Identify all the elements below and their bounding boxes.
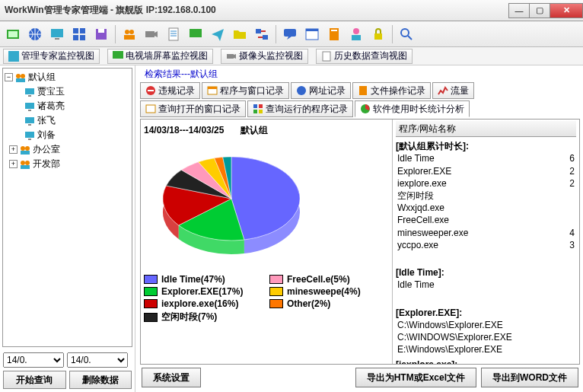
delete-data-button[interactable]: 删除数据 bbox=[69, 371, 132, 389]
list-item[interactable]: C:\WINDOWS\Explorer.EXE bbox=[396, 331, 576, 343]
tab-history-view[interactable]: 历史数据查询视图 bbox=[316, 49, 413, 64]
tab-progwin[interactable]: 程序与窗口记录 bbox=[202, 82, 289, 99]
client-tree[interactable]: −默认组 贾宝玉 诸葛亮 张飞 刘备 +办公室 +开发部 bbox=[2, 68, 132, 347]
tree-label: 开发部 bbox=[33, 158, 60, 171]
svg-rect-37 bbox=[25, 103, 34, 109]
tab-violation[interactable]: 违规记录 bbox=[140, 82, 200, 99]
tab-label: 摄像头监控视图 bbox=[239, 49, 303, 62]
tab-flow[interactable]: 流量 bbox=[432, 82, 474, 99]
screen-icon[interactable] bbox=[186, 24, 205, 44]
tab-label: 流量 bbox=[451, 84, 469, 97]
toolbar-separator bbox=[115, 25, 116, 43]
svg-point-12 bbox=[129, 30, 134, 34]
list-item[interactable]: 空闲时段 bbox=[396, 190, 576, 202]
date-range: 14/0. 14/0. bbox=[0, 349, 135, 371]
folder-icon[interactable] bbox=[230, 24, 250, 44]
svg-point-32 bbox=[16, 74, 21, 78]
svg-rect-34 bbox=[16, 78, 25, 82]
tab-label: 历史数据查询视图 bbox=[334, 49, 407, 62]
tab-monitor-view[interactable]: 管理专家监控视图 bbox=[3, 49, 100, 64]
tree-client[interactable]: 贾宝玉 bbox=[5, 84, 130, 99]
svg-rect-39 bbox=[25, 117, 34, 123]
users-icon[interactable] bbox=[119, 24, 139, 44]
svg-rect-13 bbox=[124, 35, 135, 40]
tab-querywin[interactable]: 查询打开的窗口记录 bbox=[140, 100, 246, 117]
send-icon[interactable] bbox=[208, 24, 228, 44]
book-icon[interactable] bbox=[324, 24, 344, 44]
chat-icon[interactable] bbox=[280, 24, 300, 44]
start-query-button[interactable]: 开始查询 bbox=[3, 371, 66, 389]
list-item[interactable]: Wxxjqd.exe bbox=[396, 202, 576, 214]
tab-label: 程序与窗口记录 bbox=[220, 84, 284, 97]
export-word-button[interactable]: 导出到WORD文件 bbox=[481, 368, 578, 387]
date-from-select[interactable]: 14/0. bbox=[3, 352, 64, 368]
svg-rect-26 bbox=[374, 33, 382, 40]
titlebar: WorkWin管理专家管理端 - 旗舰版 IP:192.168.0.100 bbox=[0, 0, 583, 21]
tree-client[interactable]: 诸葛亮 bbox=[5, 99, 130, 113]
disk-icon[interactable] bbox=[91, 24, 111, 44]
list-item[interactable]: Idle Time bbox=[396, 279, 576, 291]
tab-fileop[interactable]: 文件操作记录 bbox=[352, 82, 431, 99]
system-settings-button[interactable]: 系统设置 bbox=[142, 368, 201, 387]
toolbar-separator bbox=[276, 25, 276, 43]
tree-client[interactable]: 刘备 bbox=[5, 128, 130, 142]
expand-icon[interactable]: + bbox=[9, 145, 18, 154]
globe-icon[interactable] bbox=[25, 24, 45, 44]
svg-rect-45 bbox=[21, 151, 30, 155]
list-item[interactable]: iexplore.exe2 bbox=[396, 177, 576, 190]
chart-header: 14/03/18---14/03/25 默认组 bbox=[144, 123, 389, 142]
list-item[interactable]: C:\Windows\Explorer.EXE bbox=[396, 319, 576, 331]
svg-point-11 bbox=[125, 30, 129, 34]
date-to-select[interactable]: 14/0. bbox=[67, 352, 128, 368]
minimize-button[interactable] bbox=[508, 3, 530, 18]
svg-point-53 bbox=[297, 86, 306, 95]
tab-tvwall-view[interactable]: 电视墙屏幕监控视图 bbox=[107, 49, 213, 64]
svg-rect-30 bbox=[227, 54, 234, 59]
list-item[interactable]: Explorer.EXE2 bbox=[396, 165, 576, 177]
doc-icon[interactable] bbox=[164, 24, 183, 44]
tree-client[interactable]: 张飞 bbox=[5, 113, 130, 128]
tab-queryprog[interactable]: 查询运行的程序记录 bbox=[247, 100, 353, 117]
svg-rect-52 bbox=[208, 87, 217, 89]
svg-point-46 bbox=[21, 161, 25, 165]
program-list[interactable]: 程序/网站名称 [默认组累计时长]: Idle Time6Explorer.EX… bbox=[392, 120, 579, 364]
maximize-button[interactable] bbox=[529, 3, 550, 18]
close-button[interactable] bbox=[550, 3, 583, 18]
lock-icon[interactable] bbox=[368, 24, 388, 44]
list-section: [iexplore.exe]: bbox=[396, 359, 576, 364]
tab-camera-view[interactable]: 摄像头监控视图 bbox=[221, 49, 308, 64]
svg-rect-41 bbox=[25, 132, 34, 138]
export-htm-excel-button[interactable]: 导出为HTM或Excel文件 bbox=[355, 368, 476, 387]
tree-group[interactable]: +办公室 bbox=[5, 142, 130, 157]
grid-icon[interactable] bbox=[69, 24, 89, 44]
tree-label: 刘备 bbox=[37, 129, 56, 142]
camera-icon[interactable] bbox=[142, 24, 161, 44]
list-item[interactable]: minesweeper.exe4 bbox=[396, 227, 576, 239]
window-icon[interactable] bbox=[302, 24, 322, 44]
svg-rect-15 bbox=[169, 28, 178, 40]
svg-rect-29 bbox=[113, 51, 123, 59]
record-tabs-row1: 违规记录 程序与窗口记录 网址记录 文件操作记录 流量 bbox=[139, 82, 581, 99]
list-item[interactable]: yccpo.exe3 bbox=[396, 239, 576, 251]
tab-usage-stats[interactable]: 软件使用时长统计分析 bbox=[355, 100, 470, 117]
svg-rect-48 bbox=[21, 165, 30, 169]
search-result-text: 检索结果---默认组 bbox=[139, 67, 581, 82]
expand-icon[interactable]: + bbox=[9, 160, 18, 168]
svg-rect-54 bbox=[359, 86, 367, 95]
list-item[interactable]: E:\Windows\Explorer.EXE bbox=[396, 343, 576, 355]
list-section: [Explorer.EXE]: bbox=[396, 307, 576, 319]
list-item[interactable]: Idle Time6 bbox=[396, 152, 576, 164]
list-section: [Idle Time]: bbox=[396, 266, 576, 279]
monitor-icon[interactable] bbox=[47, 24, 67, 44]
collapse-icon[interactable]: − bbox=[5, 73, 13, 81]
search-icon[interactable] bbox=[397, 24, 416, 44]
toolbar-icon-1[interactable] bbox=[3, 24, 23, 44]
svg-point-43 bbox=[21, 146, 25, 151]
tree-group[interactable]: +开发部 bbox=[5, 157, 130, 171]
tree-root[interactable]: −默认组 bbox=[5, 70, 130, 84]
person-icon[interactable] bbox=[346, 24, 366, 44]
tab-url[interactable]: 网址记录 bbox=[291, 82, 351, 99]
chart-area: 14/03/18---14/03/25 默认组 Idle Time(47%)Fr… bbox=[141, 120, 392, 364]
transfer-icon[interactable] bbox=[252, 24, 272, 44]
list-item[interactable]: FreeCell.exe bbox=[396, 214, 576, 226]
